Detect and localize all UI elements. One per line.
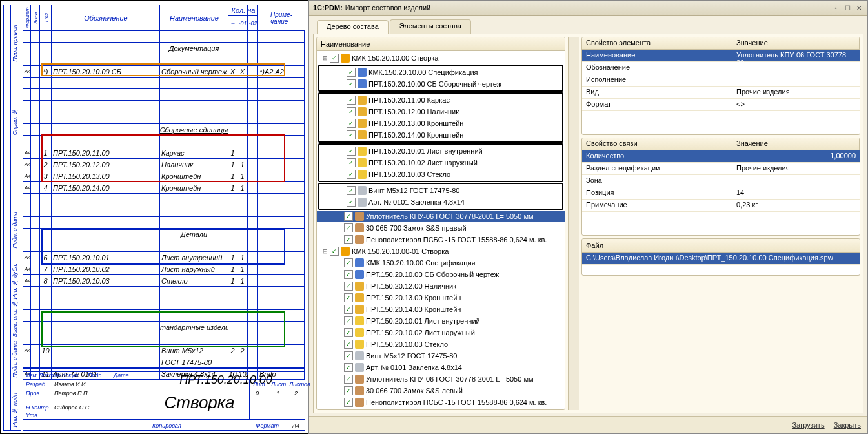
tree-scrollbar[interactable] — [568, 37, 579, 410]
grid-row[interactable]: Формат<> — [582, 99, 860, 111]
grid-row[interactable]: ВидПрочие изделия — [582, 87, 860, 99]
tree-node[interactable]: ⊟✓КМК.150.20.10.00-01 Створка — [317, 245, 565, 257]
checkbox[interactable]: ✓ — [347, 170, 356, 179]
tree-node[interactable]: ✓Арт. № 0101 Заклепка 4.8х14 — [317, 362, 565, 373]
tab-tree[interactable]: Дерево состава — [317, 20, 389, 34]
checkbox[interactable]: ✓ — [344, 340, 353, 349]
grid-row[interactable]: Позиция14 — [582, 187, 860, 200]
tree-node[interactable]: ✓ПРТ.150.20.10.00 СБ Сборочный чертеж — [317, 269, 565, 280]
checkbox[interactable]: ✓ — [330, 54, 339, 63]
checkbox[interactable]: ✓ — [344, 305, 353, 314]
checkbox[interactable]: ✓ — [347, 186, 356, 195]
spec-row: А42ПРТ.150.20.12.00Наличник11 — [23, 159, 305, 170]
checkbox[interactable]: ✓ — [347, 107, 356, 116]
box-icon — [355, 212, 364, 221]
checkbox[interactable]: ✓ — [344, 316, 353, 326]
checkbox[interactable]: ✓ — [344, 398, 353, 407]
grid-row[interactable]: Зона — [582, 175, 860, 187]
checkbox[interactable]: ✓ — [347, 79, 356, 88]
tree-node-label: Пенополистирол ПСБС -15 ГОСТ 15588-86 0,… — [366, 398, 547, 406]
spec-row — [23, 287, 305, 298]
cube-icon — [341, 247, 350, 256]
checkbox[interactable]: ✓ — [344, 293, 353, 302]
grid-row[interactable]: Количество1,00000 — [582, 150, 860, 163]
tree-node[interactable]: ✓30 065 700 Замок S&S правый — [317, 222, 565, 234]
tab-elements[interactable]: Элементы состава — [390, 19, 471, 34]
prop-value: <> — [732, 99, 860, 110]
asm-icon — [355, 305, 364, 314]
part-icon — [355, 340, 364, 349]
tree-node[interactable]: ✓ПРТ.150.20.10.00 СБ Сборочный чертеж — [319, 78, 562, 90]
tree-node[interactable]: ✓ПРТ.150.20.10.01 Лист внутренний — [317, 315, 565, 327]
tree-node[interactable]: ✓30 066 700 Замок S&S левый — [317, 385, 565, 397]
checkbox[interactable]: ✓ — [344, 328, 353, 337]
checkbox[interactable]: ✓ — [344, 282, 353, 291]
grid-row[interactable]: Раздел спецификацииПрочие изделия — [582, 163, 860, 175]
checkbox[interactable]: ✓ — [344, 363, 353, 372]
checkbox[interactable]: ✓ — [347, 68, 356, 77]
checkbox[interactable]: ✓ — [347, 158, 356, 167]
tree-node[interactable]: ✓Винт М5х12 ГОСТ 17475-80 — [319, 185, 562, 196]
grid-row[interactable]: Исполнение — [582, 74, 860, 87]
spec-row: Документация — [23, 43, 305, 54]
checkbox[interactable]: ✓ — [344, 375, 353, 384]
doc-icon — [358, 79, 367, 88]
tree-node[interactable]: ✓ПРТ.150.20.10.03 Стекло — [319, 169, 562, 180]
tree-body[interactable]: ⊟✓КМК.150.20.10.00 Створка✓КМК.150.20.10… — [317, 51, 565, 409]
checkbox[interactable]: ✓ — [344, 351, 353, 360]
maximize-icon[interactable]: ☐ — [843, 3, 852, 12]
tree-node[interactable]: ✓КМК.150.20.10.00 Спецификация — [319, 67, 562, 78]
tree-node[interactable]: ✓ПРТ.150.20.10.02 Лист наружный — [319, 157, 562, 169]
tree-node[interactable]: ✓Уплотнитель КПУ-06 ГОСТ 30778-2001 L= 5… — [317, 373, 565, 385]
tree-node[interactable]: ✓ПРТ.150.20.10.03 Стекло — [317, 338, 565, 350]
grid-row[interactable]: Примечание0,23 кг — [582, 200, 860, 212]
tree-node[interactable]: ✓ПРТ.150.20.12.00 Наличник — [319, 106, 562, 118]
tree-node[interactable]: ✓КМК.150.20.10.00 Спецификация — [317, 257, 565, 269]
tree-node[interactable]: ✓ПРТ.150.20.14.00 Кронштейн — [317, 304, 565, 315]
twisty-icon[interactable]: ⊟ — [321, 248, 330, 254]
checkbox[interactable]: ✓ — [347, 198, 356, 207]
checkbox[interactable]: ✓ — [347, 130, 356, 140]
tree-node[interactable]: ✓ПРТ.150.20.10.02 Лист наружный — [317, 327, 565, 338]
tree-node[interactable]: ✓ПРТ.150.20.10.01 Лист внутренний — [319, 145, 562, 157]
checkbox[interactable]: ✓ — [344, 223, 353, 232]
part-icon — [358, 158, 367, 167]
side-label: Инв. № подп — [12, 393, 18, 428]
drawing-name: Створка — [152, 393, 247, 413]
spec-row: А4*)ПРТ.150.20.10.00 СБСборочный чертежХ… — [23, 66, 305, 78]
load-button[interactable]: Загрузить — [792, 421, 824, 429]
tree-node-label: ПРТ.150.20.10.00 СБ Сборочный чертеж — [366, 271, 499, 278]
grid-row[interactable]: Обозначение — [582, 62, 860, 74]
tree-node[interactable]: ✓ПРТ.150.20.12.00 Наличник — [317, 280, 565, 292]
tree-node[interactable]: ✓ПРТ.150.20.14.00 Кронштейн — [319, 129, 562, 141]
checkbox[interactable]: ✓ — [344, 235, 353, 244]
checkbox[interactable]: ✓ — [330, 247, 339, 256]
tab-bar: Дерево состава Элементы состава — [317, 19, 867, 34]
file-path-row[interactable]: C:\Users\Владислав Игодин\Desktop\ПРТ_15… — [582, 253, 860, 265]
tree-node-label: Уплотнитель КПУ-06 ГОСТ 30778-2001 L= 50… — [366, 375, 534, 383]
tree-node[interactable]: ✓Арт. № 0101 Заклепка 4.8х14 — [319, 196, 562, 208]
file-header: Файл — [582, 239, 860, 253]
checkbox[interactable]: ✓ — [344, 270, 353, 279]
checkbox[interactable]: ✓ — [347, 147, 356, 156]
checkbox[interactable]: ✓ — [344, 212, 353, 221]
grid-row[interactable]: НаименованиеУплотнитель КПУ-06 ГОСТ 3077… — [582, 50, 860, 62]
twisty-icon[interactable]: ⊟ — [321, 55, 330, 61]
checkbox[interactable]: ✓ — [347, 119, 356, 128]
checkbox[interactable]: ✓ — [344, 258, 353, 267]
tree-node-label: Уплотнитель КПУ-06 ГОСТ 30778-2001 L= 50… — [366, 212, 534, 220]
checkbox[interactable]: ✓ — [344, 386, 353, 395]
close-icon[interactable]: ✕ — [854, 3, 863, 12]
tree-node[interactable]: ⊟✓КМК.150.20.10.00 Створка — [317, 52, 565, 64]
tree-node[interactable]: ✓Уплотнитель КПУ-06 ГОСТ 30778-2001 L= 5… — [317, 211, 565, 222]
checkbox[interactable]: ✓ — [347, 96, 356, 105]
help-icon[interactable]: ◦ — [831, 3, 840, 12]
tree-node[interactable]: ✓Винт М5х12 ГОСТ 17475-80 — [317, 350, 565, 362]
tree-node[interactable]: ✓ПРТ.150.20.11.00 Каркас — [319, 94, 562, 106]
tree-node[interactable]: ✓ПРТ.150.20.13.00 Кронштейн — [317, 292, 565, 304]
prop-value: 1,00000 — [732, 150, 860, 162]
tree-node[interactable]: ✓Пенополистирол ПСБС -15 ГОСТ 15588-86 0… — [317, 234, 565, 245]
tree-node[interactable]: ✓ПРТ.150.20.13.00 Кронштейн — [319, 118, 562, 129]
tree-node[interactable]: ✓Пенополистирол ПСБС -15 ГОСТ 15588-86 0… — [317, 397, 565, 408]
close-button[interactable]: Закрыть — [834, 421, 861, 429]
